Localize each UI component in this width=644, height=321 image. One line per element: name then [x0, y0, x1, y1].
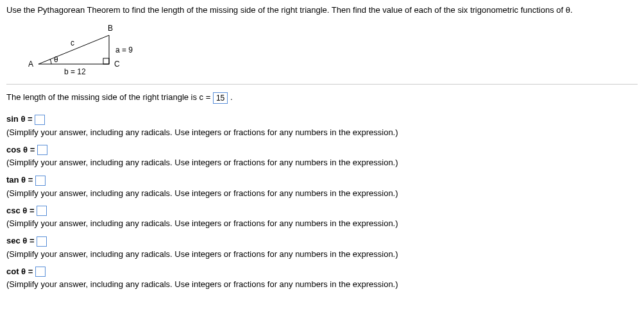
triangle-diagram: B A C c a = 9 b = 12 θ	[26, 22, 167, 80]
sin-input[interactable]	[35, 115, 45, 125]
sin-hint: (Simplify your answer, including any rad…	[6, 128, 638, 137]
divider	[6, 84, 638, 85]
side-a-label: a = 9	[115, 45, 133, 54]
vertex-a-label: A	[28, 60, 33, 69]
cot-hint: (Simplify your answer, including any rad…	[6, 279, 638, 289]
cos-input[interactable]	[37, 145, 47, 155]
tan-label: tan θ =	[6, 175, 33, 185]
cot-label: cot θ =	[6, 267, 33, 276]
sec-label: sec θ =	[6, 236, 35, 245]
csc-input[interactable]	[37, 206, 47, 216]
tan-hint: (Simplify your answer, including any rad…	[6, 188, 638, 198]
missing-side-text-after: .	[230, 92, 233, 102]
sec-hint: (Simplify your answer, including any rad…	[6, 249, 638, 259]
sec-input[interactable]	[37, 236, 47, 247]
missing-side-input[interactable]: 15	[213, 92, 228, 104]
triangle-svg	[26, 22, 167, 80]
cot-input[interactable]	[35, 267, 46, 277]
angle-theta-label: θ	[54, 55, 58, 64]
tan-input[interactable]	[35, 176, 46, 186]
side-b-label: b = 12	[64, 67, 86, 76]
problem-instruction: Use the Pythagorean Theorem to find the …	[6, 5, 638, 15]
cos-label: cos θ =	[6, 145, 35, 154]
side-c-label: c	[71, 38, 74, 47]
sin-label: sin θ =	[6, 114, 33, 124]
vertex-c-label: C	[114, 60, 120, 69]
csc-hint: (Simplify your answer, including any rad…	[6, 218, 638, 228]
missing-side-line: The length of the missing side of the ri…	[6, 92, 638, 104]
missing-side-text-before: The length of the missing side of the ri…	[6, 92, 210, 102]
svg-rect-1	[103, 58, 109, 64]
cos-hint: (Simplify your answer, including any rad…	[6, 158, 638, 167]
csc-label: csc θ =	[6, 206, 35, 215]
vertex-b-label: B	[108, 24, 113, 33]
